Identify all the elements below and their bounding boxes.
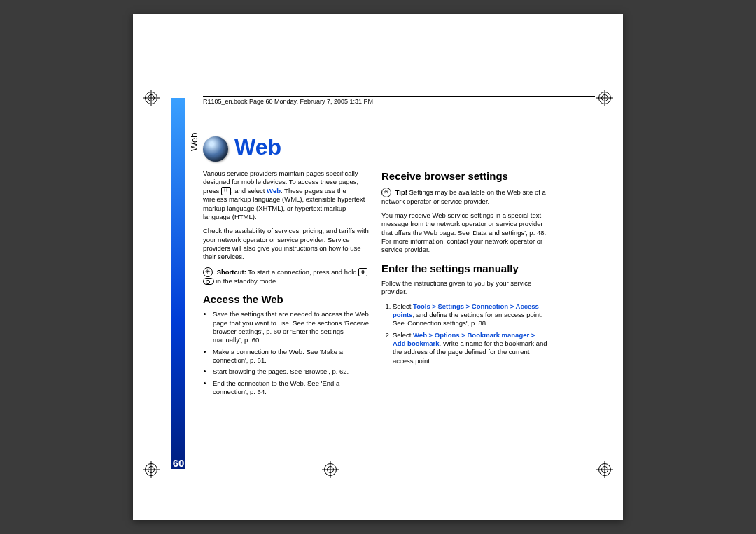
tip-icon <box>382 188 391 197</box>
registration-mark-icon <box>322 461 339 478</box>
list-item: Select Web > Options > Bookmark manager … <box>393 331 550 365</box>
side-accent-bar <box>172 98 186 469</box>
access-steps-list: Save the settings that are needed to acc… <box>203 310 371 396</box>
right-column: Receive browser settings Tip! Settings m… <box>382 169 550 368</box>
left-column: Various service providers maintain pages… <box>203 169 371 400</box>
header-text: R1105_en.book Page 60 Monday, February 7… <box>203 98 373 105</box>
shortcut-note: Shortcut: To start a connection, press a… <box>203 267 371 286</box>
heading-access-the-web: Access the Web <box>203 293 371 307</box>
intro-paragraph: Various service providers maintain pages… <box>203 169 371 221</box>
registration-mark-icon <box>143 90 160 106</box>
page-number: 60 <box>172 457 186 469</box>
header-rule <box>203 96 595 97</box>
availability-paragraph: Check the availability of services, pric… <box>203 227 371 261</box>
tip-icon <box>203 267 213 277</box>
tip-label: Tip! <box>396 188 407 195</box>
heading-receive-browser-settings: Receive browser settings <box>382 169 550 183</box>
list-item: Save the settings that are needed to acc… <box>213 310 371 344</box>
list-item: End the connection to the Web. See 'End … <box>213 379 371 397</box>
menu-key-icon: ⁝⁝ <box>221 187 231 195</box>
list-item: Start browsing the pages. See 'Browse', … <box>213 367 371 376</box>
tip-note: Tip! Settings may be available on the We… <box>382 188 550 206</box>
receive-paragraph: You may receive Web service settings in … <box>382 211 550 255</box>
registration-mark-icon <box>596 90 613 106</box>
web-link: Web <box>267 187 281 195</box>
call-key-icon <box>203 278 214 285</box>
list-item: Make a connection to the Web. See 'Make … <box>213 348 371 365</box>
list-item: Select Tools > Settings > Connection > A… <box>393 302 550 328</box>
document-page: R1105_en.book Page 60 Monday, February 7… <box>133 14 623 520</box>
manual-steps-list: Select Tools > Settings > Connection > A… <box>382 302 550 365</box>
globe-icon <box>203 136 228 162</box>
registration-mark-icon <box>143 461 160 478</box>
zero-key-icon: 0 <box>358 268 367 276</box>
enter-intro-paragraph: Follow the instructions given to you by … <box>382 279 550 297</box>
page-title: Web <box>234 134 281 160</box>
registration-mark-icon <box>596 461 613 478</box>
shortcut-label: Shortcut: <box>217 267 246 275</box>
side-section-label: Web <box>189 133 200 152</box>
heading-enter-settings-manually: Enter the settings manually <box>382 262 550 276</box>
